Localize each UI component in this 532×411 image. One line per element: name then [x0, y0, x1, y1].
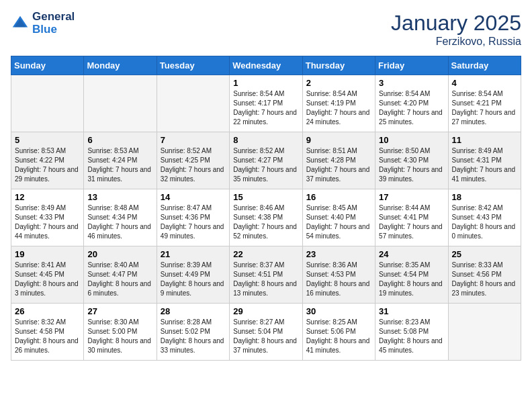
day-number: 16	[306, 192, 371, 202]
month-title: January 2025	[391, 11, 521, 36]
calendar-cell: 24Sunrise: 8:35 AMSunset: 4:54 PMDayligh…	[375, 246, 448, 304]
calendar-cell	[157, 75, 229, 132]
day-number: 12	[15, 192, 80, 202]
calendar-cell: 7Sunrise: 8:52 AMSunset: 4:25 PMDaylight…	[157, 132, 229, 189]
day-number: 20	[87, 249, 152, 259]
calendar-week-row: 5Sunrise: 8:53 AMSunset: 4:22 PMDaylight…	[11, 132, 521, 189]
day-info: Sunrise: 8:27 AMSunset: 5:04 PMDaylight:…	[233, 318, 298, 355]
day-number: 6	[87, 135, 152, 145]
logo-icon	[11, 14, 30, 33]
calendar-cell: 18Sunrise: 8:42 AMSunset: 4:43 PMDayligh…	[448, 189, 521, 246]
calendar-cell	[84, 75, 157, 132]
day-number: 25	[452, 249, 517, 259]
calendar-cell: 1Sunrise: 8:54 AMSunset: 4:17 PMDaylight…	[230, 75, 302, 132]
calendar-cell	[448, 304, 521, 361]
day-number: 26	[15, 306, 80, 316]
day-info: Sunrise: 8:35 AMSunset: 4:54 PMDaylight:…	[379, 261, 444, 298]
calendar-cell: 31Sunrise: 8:23 AMSunset: 5:08 PMDayligh…	[375, 304, 448, 361]
day-info: Sunrise: 8:49 AMSunset: 4:31 PMDaylight:…	[452, 146, 517, 184]
day-info: Sunrise: 8:40 AMSunset: 4:47 PMDaylight:…	[87, 261, 152, 298]
day-number: 8	[233, 135, 298, 145]
day-header-saturday: Saturday	[448, 56, 521, 75]
day-info: Sunrise: 8:45 AMSunset: 4:40 PMDaylight:…	[306, 203, 371, 241]
calendar-header-row: SundayMondayTuesdayWednesdayThursdayFrid…	[11, 56, 521, 75]
calendar-cell: 17Sunrise: 8:44 AMSunset: 4:41 PMDayligh…	[375, 189, 448, 246]
calendar-cell: 8Sunrise: 8:52 AMSunset: 4:27 PMDaylight…	[230, 132, 302, 189]
calendar-cell	[11, 75, 84, 132]
calendar-cell: 21Sunrise: 8:39 AMSunset: 4:49 PMDayligh…	[157, 246, 229, 304]
calendar-cell: 16Sunrise: 8:45 AMSunset: 4:40 PMDayligh…	[302, 189, 375, 246]
day-info: Sunrise: 8:39 AMSunset: 4:49 PMDaylight:…	[161, 261, 226, 298]
calendar-week-row: 1Sunrise: 8:54 AMSunset: 4:17 PMDaylight…	[11, 75, 521, 132]
day-info: Sunrise: 8:37 AMSunset: 4:51 PMDaylight:…	[233, 261, 298, 298]
calendar-cell: 30Sunrise: 8:25 AMSunset: 5:06 PMDayligh…	[302, 304, 375, 361]
day-number: 2	[306, 78, 371, 88]
day-info: Sunrise: 8:32 AMSunset: 4:58 PMDaylight:…	[15, 318, 80, 355]
calendar-cell: 4Sunrise: 8:54 AMSunset: 4:21 PMDaylight…	[448, 75, 521, 132]
day-info: Sunrise: 8:54 AMSunset: 4:21 PMDaylight:…	[452, 89, 517, 127]
day-info: Sunrise: 8:44 AMSunset: 4:41 PMDaylight:…	[379, 203, 444, 241]
day-number: 7	[161, 135, 226, 145]
day-number: 17	[379, 192, 444, 202]
day-number: 18	[452, 192, 517, 202]
calendar-cell: 20Sunrise: 8:40 AMSunset: 4:47 PMDayligh…	[84, 246, 157, 304]
calendar-cell: 23Sunrise: 8:36 AMSunset: 4:53 PMDayligh…	[302, 246, 375, 304]
calendar-week-row: 12Sunrise: 8:49 AMSunset: 4:33 PMDayligh…	[11, 189, 521, 246]
day-info: Sunrise: 8:53 AMSunset: 4:24 PMDaylight:…	[87, 146, 152, 184]
title-section: January 2025 Ferzikovo, Russia	[391, 11, 521, 48]
logo: General Blue	[11, 11, 75, 36]
location: Ferzikovo, Russia	[391, 36, 521, 48]
calendar-cell: 15Sunrise: 8:46 AMSunset: 4:38 PMDayligh…	[230, 189, 302, 246]
day-info: Sunrise: 8:36 AMSunset: 4:53 PMDaylight:…	[306, 261, 371, 298]
logo-text: General Blue	[32, 11, 75, 36]
day-info: Sunrise: 8:48 AMSunset: 4:34 PMDaylight:…	[87, 203, 152, 241]
day-info: Sunrise: 8:46 AMSunset: 4:38 PMDaylight:…	[233, 203, 298, 241]
day-number: 1	[233, 78, 298, 88]
day-number: 4	[452, 78, 517, 88]
day-header-thursday: Thursday	[302, 56, 375, 75]
day-info: Sunrise: 8:49 AMSunset: 4:33 PMDaylight:…	[15, 203, 80, 241]
calendar-cell: 28Sunrise: 8:28 AMSunset: 5:02 PMDayligh…	[157, 304, 229, 361]
calendar-cell: 14Sunrise: 8:47 AMSunset: 4:36 PMDayligh…	[157, 189, 229, 246]
calendar-cell: 9Sunrise: 8:51 AMSunset: 4:28 PMDaylight…	[302, 132, 375, 189]
day-number: 22	[233, 249, 298, 259]
calendar-cell: 26Sunrise: 8:32 AMSunset: 4:58 PMDayligh…	[11, 304, 84, 361]
day-number: 31	[379, 306, 444, 316]
day-number: 27	[87, 306, 152, 316]
calendar-cell: 5Sunrise: 8:53 AMSunset: 4:22 PMDaylight…	[11, 132, 84, 189]
day-number: 3	[379, 78, 444, 88]
day-number: 5	[15, 135, 80, 145]
day-info: Sunrise: 8:50 AMSunset: 4:30 PMDaylight:…	[379, 146, 444, 184]
day-info: Sunrise: 8:42 AMSunset: 4:43 PMDaylight:…	[452, 203, 517, 241]
day-number: 14	[161, 192, 226, 202]
day-number: 13	[87, 192, 152, 202]
day-info: Sunrise: 8:23 AMSunset: 5:08 PMDaylight:…	[379, 318, 444, 355]
day-header-friday: Friday	[375, 56, 448, 75]
day-info: Sunrise: 8:54 AMSunset: 4:20 PMDaylight:…	[379, 89, 444, 127]
calendar-cell: 25Sunrise: 8:33 AMSunset: 4:56 PMDayligh…	[448, 246, 521, 304]
calendar-cell: 10Sunrise: 8:50 AMSunset: 4:30 PMDayligh…	[375, 132, 448, 189]
calendar-cell: 27Sunrise: 8:30 AMSunset: 5:00 PMDayligh…	[84, 304, 157, 361]
day-number: 24	[379, 249, 444, 259]
day-info: Sunrise: 8:54 AMSunset: 4:19 PMDaylight:…	[306, 89, 371, 127]
calendar-cell: 22Sunrise: 8:37 AMSunset: 4:51 PMDayligh…	[230, 246, 302, 304]
day-header-monday: Monday	[84, 56, 157, 75]
calendar: SundayMondayTuesdayWednesdayThursdayFrid…	[11, 56, 521, 361]
day-info: Sunrise: 8:25 AMSunset: 5:06 PMDaylight:…	[306, 318, 371, 355]
calendar-cell: 2Sunrise: 8:54 AMSunset: 4:19 PMDaylight…	[302, 75, 375, 132]
calendar-cell: 29Sunrise: 8:27 AMSunset: 5:04 PMDayligh…	[230, 304, 302, 361]
day-number: 10	[379, 135, 444, 145]
day-info: Sunrise: 8:33 AMSunset: 4:56 PMDaylight:…	[452, 261, 517, 298]
day-info: Sunrise: 8:30 AMSunset: 5:00 PMDaylight:…	[87, 318, 152, 355]
calendar-cell: 13Sunrise: 8:48 AMSunset: 4:34 PMDayligh…	[84, 189, 157, 246]
calendar-cell: 6Sunrise: 8:53 AMSunset: 4:24 PMDaylight…	[84, 132, 157, 189]
calendar-cell: 19Sunrise: 8:41 AMSunset: 4:45 PMDayligh…	[11, 246, 84, 304]
day-number: 15	[233, 192, 298, 202]
day-header-sunday: Sunday	[11, 56, 84, 75]
day-number: 30	[306, 306, 371, 316]
day-info: Sunrise: 8:51 AMSunset: 4:28 PMDaylight:…	[306, 146, 371, 184]
day-info: Sunrise: 8:28 AMSunset: 5:02 PMDaylight:…	[161, 318, 226, 355]
day-number: 23	[306, 249, 371, 259]
day-number: 28	[161, 306, 226, 316]
day-info: Sunrise: 8:47 AMSunset: 4:36 PMDaylight:…	[161, 203, 226, 241]
